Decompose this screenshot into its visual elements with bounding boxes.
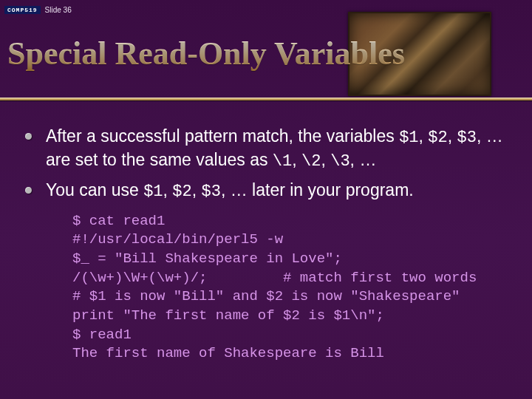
- bullet-text: You can use: [46, 180, 143, 200]
- title-underline: [0, 98, 532, 100]
- bullet-item: After a successful pattern match, the va…: [19, 126, 513, 172]
- title-area: Special Read-Only Variables: [6, 37, 526, 71]
- code-inline: \3: [330, 152, 349, 171]
- code-inline: \1: [273, 152, 292, 171]
- bullet-text: , …: [350, 150, 377, 169]
- bullet-text: ,: [292, 150, 301, 169]
- code-inline: $3: [202, 183, 221, 201]
- slide: COMP519 Slide 36 Special Read-Only Varia…: [0, 0, 532, 399]
- code-inline: $1: [143, 183, 163, 201]
- code-inline: $2: [428, 129, 447, 147]
- bullet-text: ,: [419, 126, 429, 146]
- bullet-text: ,: [192, 180, 202, 200]
- bullet-list: After a successful pattern match, the va…: [19, 126, 513, 203]
- bullet-text: ,: [321, 150, 330, 169]
- slide-number-label: Slide 36: [45, 6, 72, 14]
- code-inline: $1: [399, 129, 418, 147]
- bullet-text: After a successful pattern match, the va…: [46, 126, 399, 146]
- bullet-text: ,: [163, 180, 173, 200]
- bullet-item: You can use $1, $2, $3, … later in your …: [19, 180, 513, 203]
- code-inline: $3: [457, 129, 477, 147]
- slide-body: After a successful pattern match, the va…: [19, 126, 513, 364]
- course-logo: COMP519: [4, 6, 41, 14]
- slide-title: Special Read-Only Variables: [7, 37, 526, 71]
- code-inline: \2: [301, 152, 321, 171]
- code-block: $ cat read1 #!/usr/local/bin/perl5 -w $_…: [19, 212, 513, 364]
- bullet-text: ,: [448, 126, 457, 146]
- code-inline: $2: [172, 183, 191, 201]
- bullet-text: , … later in your program.: [221, 180, 414, 200]
